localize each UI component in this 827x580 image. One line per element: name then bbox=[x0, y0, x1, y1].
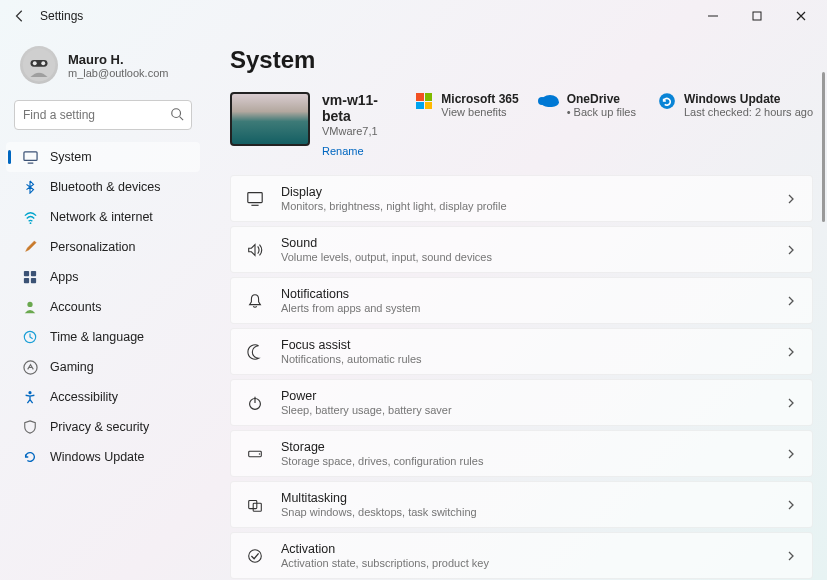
sidebar-item-label: Accounts bbox=[50, 300, 101, 314]
svg-point-28 bbox=[249, 549, 262, 562]
close-button[interactable] bbox=[779, 0, 823, 32]
device-thumbnail[interactable] bbox=[230, 92, 310, 146]
storage-icon bbox=[245, 445, 265, 463]
card-sub: Monitors, brightness, night light, displ… bbox=[281, 200, 507, 212]
sidebar-item-label: Privacy & security bbox=[50, 420, 149, 434]
sound-icon bbox=[245, 241, 265, 259]
svg-point-5 bbox=[41, 61, 45, 65]
sidebar-item-accounts[interactable]: Accounts bbox=[6, 292, 200, 322]
activation-icon bbox=[245, 547, 265, 565]
system-icon bbox=[22, 150, 38, 165]
page-title: System bbox=[230, 46, 813, 74]
sidebar-item-accessibility[interactable]: Accessibility bbox=[6, 382, 200, 412]
gaming-icon bbox=[22, 360, 38, 375]
svg-point-4 bbox=[33, 61, 37, 65]
chevron-right-icon bbox=[786, 551, 796, 561]
card-sound[interactable]: SoundVolume levels, output, input, sound… bbox=[230, 226, 813, 273]
search-input[interactable] bbox=[14, 100, 192, 130]
svg-line-7 bbox=[180, 117, 184, 121]
sidebar-item-time-language[interactable]: Time & language bbox=[6, 322, 200, 352]
svg-rect-8 bbox=[23, 151, 36, 159]
search-box bbox=[14, 100, 192, 130]
sidebar-item-label: Time & language bbox=[50, 330, 144, 344]
sidebar-item-privacy[interactable]: Privacy & security bbox=[6, 412, 200, 442]
settings-list: DisplayMonitors, brightness, night light… bbox=[230, 175, 813, 579]
shield-icon bbox=[22, 420, 38, 434]
svg-point-18 bbox=[28, 391, 31, 394]
card-title: Focus assist bbox=[281, 338, 422, 352]
device-name: vm-w11-beta bbox=[322, 92, 403, 124]
scrollbar[interactable] bbox=[822, 72, 825, 222]
card-display[interactable]: DisplayMonitors, brightness, night light… bbox=[230, 175, 813, 222]
card-sub: Storage space, drives, configuration rul… bbox=[281, 455, 483, 467]
chevron-right-icon bbox=[786, 347, 796, 357]
wifi-icon bbox=[22, 210, 38, 225]
card-notifications[interactable]: NotificationsAlerts from apps and system bbox=[230, 277, 813, 324]
onedrive-icon bbox=[541, 92, 559, 110]
svg-point-19 bbox=[659, 93, 675, 109]
card-sub: Activation state, subscriptions, product… bbox=[281, 557, 489, 569]
onedrive-title: OneDrive bbox=[567, 92, 636, 106]
winupdate-sub: Last checked: 2 hours ago bbox=[684, 106, 813, 118]
card-focus-assist[interactable]: Focus assistNotifications, automatic rul… bbox=[230, 328, 813, 375]
chevron-right-icon bbox=[786, 194, 796, 204]
card-power[interactable]: PowerSleep, battery usage, battery saver bbox=[230, 379, 813, 426]
minimize-button[interactable] bbox=[691, 0, 735, 32]
chevron-right-icon bbox=[786, 245, 796, 255]
windows-update-icon bbox=[658, 92, 676, 110]
svg-rect-11 bbox=[24, 271, 29, 276]
accessibility-icon bbox=[22, 390, 38, 404]
card-title: Multitasking bbox=[281, 491, 477, 505]
card-sub: Sleep, battery usage, battery saver bbox=[281, 404, 452, 416]
sidebar-item-windows-update[interactable]: Windows Update bbox=[6, 442, 200, 472]
avatar bbox=[20, 46, 58, 84]
card-sub: Alerts from apps and system bbox=[281, 302, 420, 314]
card-sub: Snap windows, desktops, task switching bbox=[281, 506, 477, 518]
card-storage[interactable]: StorageStorage space, drives, configurat… bbox=[230, 430, 813, 477]
sidebar-item-apps[interactable]: Apps bbox=[6, 262, 200, 292]
multitasking-icon bbox=[245, 496, 265, 514]
update-icon bbox=[22, 450, 38, 464]
sidebar-item-label: Gaming bbox=[50, 360, 94, 374]
chevron-right-icon bbox=[786, 398, 796, 408]
card-activation[interactable]: ActivationActivation state, subscription… bbox=[230, 532, 813, 579]
moon-icon bbox=[245, 343, 265, 361]
titlebar: Settings bbox=[0, 0, 827, 32]
user-email: m_lab@outlook.com bbox=[68, 67, 168, 79]
clock-icon bbox=[22, 330, 38, 344]
card-title: Activation bbox=[281, 542, 489, 556]
onedrive-card[interactable]: OneDrive• Back up files bbox=[541, 92, 636, 118]
sidebar: Mauro H. m_lab@outlook.com System Blueto… bbox=[0, 32, 210, 580]
sidebar-item-network[interactable]: Network & internet bbox=[6, 202, 200, 232]
device-model: VMware7,1 bbox=[322, 125, 403, 137]
ms365-sub: View benefits bbox=[441, 106, 518, 118]
svg-rect-12 bbox=[31, 271, 36, 276]
sidebar-item-personalization[interactable]: Personalization bbox=[6, 232, 200, 262]
card-multitasking[interactable]: MultitaskingSnap windows, desktops, task… bbox=[230, 481, 813, 528]
windows-update-card[interactable]: Windows UpdateLast checked: 2 hours ago bbox=[658, 92, 813, 118]
card-title: Storage bbox=[281, 440, 483, 454]
window-controls bbox=[691, 0, 823, 32]
maximize-button[interactable] bbox=[735, 0, 779, 32]
display-icon bbox=[245, 190, 265, 208]
chevron-right-icon bbox=[786, 500, 796, 510]
microsoft-365-card[interactable]: Microsoft 365View benefits bbox=[415, 92, 518, 118]
sidebar-item-bluetooth[interactable]: Bluetooth & devices bbox=[6, 172, 200, 202]
user-block[interactable]: Mauro H. m_lab@outlook.com bbox=[6, 40, 200, 96]
search-icon bbox=[170, 107, 184, 121]
card-title: Power bbox=[281, 389, 452, 403]
svg-rect-14 bbox=[31, 278, 36, 283]
rename-link[interactable]: Rename bbox=[322, 145, 403, 157]
svg-rect-1 bbox=[753, 12, 761, 20]
sidebar-item-gaming[interactable]: Gaming bbox=[6, 352, 200, 382]
ms365-title: Microsoft 365 bbox=[441, 92, 518, 106]
svg-rect-13 bbox=[24, 278, 29, 283]
svg-point-25 bbox=[259, 453, 260, 454]
chevron-right-icon bbox=[786, 296, 796, 306]
sidebar-item-system[interactable]: System bbox=[6, 142, 200, 172]
sidebar-item-label: Accessibility bbox=[50, 390, 118, 404]
back-button[interactable] bbox=[4, 0, 36, 32]
card-sub: Notifications, automatic rules bbox=[281, 353, 422, 365]
svg-point-10 bbox=[29, 222, 31, 224]
sidebar-item-label: Apps bbox=[50, 270, 79, 284]
